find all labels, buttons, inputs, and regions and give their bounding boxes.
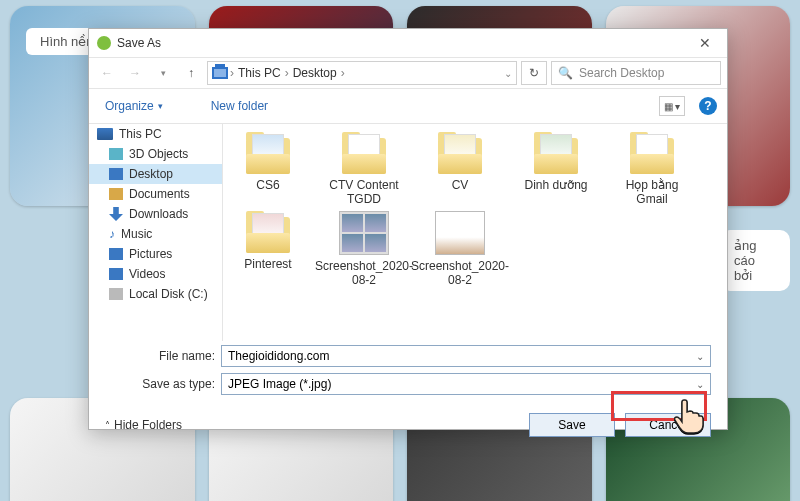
folder-icon <box>340 132 388 174</box>
image-file-item[interactable]: Screenshot_2020-08-2 <box>419 211 501 288</box>
sidebar-item-videos[interactable]: Videos <box>89 264 222 284</box>
chevron-down-icon[interactable]: ⌄ <box>504 68 512 79</box>
folder-item[interactable]: Họp bằng Gmail <box>611 132 693 207</box>
image-thumbnail <box>339 211 389 255</box>
search-input[interactable]: 🔍 Search Desktop <box>551 61 721 85</box>
documents-icon <box>109 188 123 200</box>
sidebar-item-music[interactable]: ♪Music <box>89 224 222 244</box>
folder-icon <box>436 132 484 174</box>
save-as-dialog: Save As ✕ ← → ▾ ↑ › This PC › Desktop › … <box>88 28 728 430</box>
organize-menu[interactable]: Organize ▾ <box>99 95 169 117</box>
ad-chip: ảng cáo bởi <box>720 230 790 291</box>
filename-label: File name: <box>105 349 221 363</box>
close-icon[interactable]: ✕ <box>691 31 719 55</box>
chevron-down-icon: ▾ <box>158 101 163 111</box>
fields: File name: ⌄ Save as type: JPEG Image (*… <box>89 341 727 405</box>
chevron-right-icon: › <box>341 66 345 80</box>
back-icon[interactable]: ← <box>95 61 119 85</box>
chevron-down-icon[interactable]: ⌄ <box>696 379 704 390</box>
search-icon: 🔍 <box>558 66 573 80</box>
footer: ˄ Hide Folders Save Cancel <box>89 405 727 445</box>
folder-item[interactable]: CS6 <box>227 132 309 207</box>
sidebar-item-3dobjects[interactable]: 3D Objects <box>89 144 222 164</box>
folder-item[interactable]: Dinh dưỡng <box>515 132 597 207</box>
filetype-label: Save as type: <box>105 377 221 391</box>
sidebar-item-localdisk[interactable]: Local Disk (C:) <box>89 284 222 304</box>
breadcrumb-folder[interactable]: Desktop <box>291 64 339 82</box>
pictures-icon <box>109 248 123 260</box>
cube-icon <box>109 148 123 160</box>
sidebar-item-desktop[interactable]: Desktop <box>89 164 222 184</box>
help-icon[interactable]: ? <box>699 97 717 115</box>
image-thumbnail <box>435 211 485 255</box>
titlebar: Save As ✕ <box>89 29 727 57</box>
folder-icon <box>244 211 292 253</box>
videos-icon <box>109 268 123 280</box>
chevron-right-icon: › <box>230 66 234 80</box>
file-list[interactable]: CS6 CTV Content TGDD CV Dinh dưỡng Họp b… <box>223 124 727 341</box>
sidebar-item-downloads[interactable]: Downloads <box>89 204 222 224</box>
toolbar: Organize ▾ New folder ▦ ▾ ? <box>89 89 727 123</box>
filename-input[interactable]: ⌄ <box>221 345 711 367</box>
refresh-icon[interactable]: ↻ <box>521 61 547 85</box>
sidebar: This PC 3D Objects Desktop Documents Dow… <box>89 124 223 341</box>
hide-folders-toggle[interactable]: ˄ Hide Folders <box>105 418 182 432</box>
view-mode-button[interactable]: ▦ ▾ <box>659 96 685 116</box>
folder-icon <box>628 132 676 174</box>
image-file-item[interactable]: Screenshot_2020-08-2 <box>323 211 405 288</box>
save-button[interactable]: Save <box>529 413 615 437</box>
folder-icon <box>532 132 580 174</box>
sidebar-item-documents[interactable]: Documents <box>89 184 222 204</box>
pc-icon <box>212 67 228 79</box>
up-icon[interactable]: ↑ <box>179 61 203 85</box>
drive-icon <box>109 288 123 300</box>
download-icon <box>109 207 123 221</box>
chevron-up-icon: ˄ <box>105 420 110 431</box>
chevron-right-icon: › <box>285 66 289 80</box>
folder-item[interactable]: Pinterest <box>227 211 309 288</box>
search-placeholder: Search Desktop <box>579 66 664 80</box>
folder-item[interactable]: CTV Content TGDD <box>323 132 405 207</box>
chevron-down-icon[interactable]: ⌄ <box>696 351 704 362</box>
desktop-icon <box>109 168 123 180</box>
folder-icon <box>244 132 292 174</box>
music-icon: ♪ <box>109 227 115 241</box>
pointer-cursor-icon <box>673 396 705 441</box>
sidebar-root-thispc[interactable]: This PC <box>89 124 222 144</box>
pc-icon <box>97 128 113 140</box>
dialog-title: Save As <box>117 36 161 50</box>
breadcrumb-root[interactable]: This PC <box>236 64 283 82</box>
forward-icon: → <box>123 61 147 85</box>
folder-item[interactable]: CV <box>419 132 501 207</box>
app-icon <box>97 36 111 50</box>
breadcrumb[interactable]: › This PC › Desktop › ⌄ <box>207 61 517 85</box>
sidebar-item-pictures[interactable]: Pictures <box>89 244 222 264</box>
filetype-select[interactable]: JPEG Image (*.jpg) ⌄ <box>221 373 711 395</box>
recent-dropdown-icon[interactable]: ▾ <box>151 61 175 85</box>
new-folder-button[interactable]: New folder <box>205 95 274 117</box>
address-bar: ← → ▾ ↑ › This PC › Desktop › ⌄ ↻ 🔍 Sear… <box>89 57 727 89</box>
